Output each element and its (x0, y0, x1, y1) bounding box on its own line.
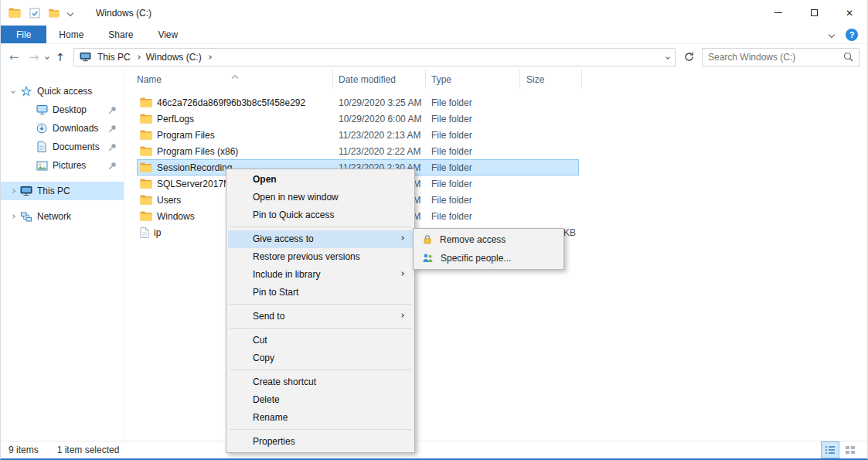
menu-item-give-access-to[interactable]: Give access to (228, 230, 413, 248)
file-date-cell: 10/29/2020 3:25 AM (333, 94, 426, 111)
file-name-label: Program Files (x86) (157, 146, 238, 157)
menu-item-create-shortcut[interactable]: Create shortcut (228, 373, 413, 391)
sidebar-item-network[interactable]: Network (1, 207, 124, 226)
qat-customize-chevron-icon[interactable] (67, 9, 73, 15)
column-header-size[interactable]: Size (520, 70, 582, 89)
search-placeholder: Search Windows (C:) (708, 52, 843, 63)
recent-locations-chevron-icon[interactable] (45, 55, 49, 60)
search-box[interactable]: Search Windows (C:) (702, 48, 859, 66)
menu-item-restore-previous-versions[interactable]: Restore previous versions (228, 248, 413, 266)
menu-item-pin-to-quick-access[interactable]: Pin to Quick access (228, 206, 413, 224)
tab-share[interactable]: Share (96, 26, 145, 43)
sidebar-item-label: Pictures (53, 160, 86, 171)
file-type-cell: File folder (426, 175, 520, 192)
submenu-arrow-icon (400, 313, 404, 318)
sidebar-item-downloads[interactable]: Downloads (1, 119, 124, 138)
folder-icon (140, 114, 152, 124)
breadcrumb-windows-c[interactable]: Windows (C:) (144, 52, 204, 63)
explorer-icon (9, 8, 21, 18)
menu-item-copy[interactable]: Copy (228, 349, 413, 367)
computer-icon (19, 186, 33, 196)
breadcrumb-chevron-icon[interactable] (136, 55, 141, 60)
help-icon[interactable]: ? (846, 29, 858, 41)
tab-home[interactable]: Home (46, 26, 96, 43)
menu-item-label: Properties (253, 436, 295, 447)
chevron-shape (11, 89, 15, 94)
column-headers: Name Date modified Type Size (124, 70, 867, 89)
menu-item-label: Send to (253, 311, 284, 322)
close-button[interactable]: ✕ (832, 0, 867, 26)
file-row-program-files[interactable]: Program Files11/23/2020 2:13 AMFile fold… (137, 127, 579, 143)
details-view-button[interactable] (821, 441, 839, 458)
window-title: Windows (C:) (96, 8, 151, 19)
picture-icon (35, 161, 49, 171)
column-header-date-modified[interactable]: Date modified (333, 70, 426, 89)
menu-item-send-to[interactable]: Send to (228, 308, 413, 325)
chevron-shape (11, 189, 15, 193)
sidebar-item-documents[interactable]: Documents (1, 138, 124, 156)
pin-icon (108, 162, 117, 170)
address-dropdown-icon[interactable] (665, 55, 670, 60)
file-type-cell: File folder (426, 208, 520, 224)
menu-item-label: Pin to Quick access (253, 210, 334, 220)
breadcrumb-chevron-icon[interactable] (207, 55, 212, 60)
sort-ascending-icon[interactable] (231, 70, 239, 81)
titlebar: Windows (C:) ✕ (1, 0, 867, 26)
sidebar-item-label: Desktop (53, 104, 87, 115)
sidebar-item-this-pc[interactable]: This PC (1, 182, 124, 200)
file-row-program-files-x86[interactable]: Program Files (x86)11/23/2020 2:22 AMFil… (137, 143, 579, 159)
breadcrumb-this-pc[interactable]: This PC (95, 52, 133, 63)
file-size-cell (520, 94, 579, 111)
maximize-icon (811, 9, 818, 16)
file-row-46c2a726da869f96b3b8c5f458e292[interactable]: 46c2a726da869f96b3b8c5f458e29210/29/2020… (137, 94, 579, 111)
sidebar-item-quick-access[interactable]: Quick access (1, 82, 124, 101)
sidebar-item-label: Network (37, 211, 71, 222)
sidebar-item-desktop[interactable]: Desktop (1, 101, 124, 119)
refresh-button[interactable] (680, 52, 697, 62)
up-button[interactable]: ↑ (52, 51, 69, 63)
properties-icon[interactable] (29, 8, 40, 19)
sidebar-item-label: Quick access (37, 86, 92, 97)
menu-item-delete[interactable]: Delete (228, 391, 413, 409)
submenu-item-remove-access[interactable]: Remove access (415, 230, 562, 249)
menu-item-open[interactable]: Open (228, 171, 413, 189)
search-icon[interactable] (843, 52, 853, 62)
chevron-down-icon[interactable] (7, 90, 19, 93)
submenu-item-specific-people[interactable]: Specific people... (415, 249, 562, 267)
menu-item-pin-to-start[interactable]: Pin to Start (228, 284, 413, 302)
menu-item-open-in-new-window[interactable]: Open in new window (228, 189, 413, 206)
file-size-cell (520, 159, 579, 175)
tab-view[interactable]: View (145, 26, 190, 43)
navigation-bar: ← → ↑ This PC Windows (C:) Search Window… (1, 44, 867, 70)
give-access-submenu: Remove accessSpecific people... (413, 228, 564, 270)
menu-item-properties[interactable]: Properties (228, 433, 413, 451)
selection-count: 1 item selected (57, 445, 120, 455)
forward-button[interactable]: → (26, 50, 43, 64)
close-icon: ✕ (846, 8, 853, 19)
file-type-cell: File folder (426, 192, 520, 208)
column-header-type[interactable]: Type (426, 70, 520, 89)
chevron-right-icon[interactable] (7, 189, 19, 193)
file-size-cell (520, 111, 579, 127)
file-type-cell: File folder (426, 94, 520, 111)
minimize-button[interactable] (761, 0, 796, 26)
large-icons-view-button[interactable] (841, 441, 859, 458)
ribbon-expand-chevron-icon[interactable] (829, 31, 835, 37)
menu-item-cut[interactable]: Cut (228, 332, 413, 349)
file-row-perflogs[interactable]: PerfLogs10/29/2020 6:00 AMFile folder (137, 111, 579, 127)
nav-buttons: ← → ↑ (5, 50, 69, 64)
file-name-cell: PerfLogs (137, 111, 333, 127)
new-folder-icon[interactable] (49, 9, 60, 18)
address-bar[interactable]: This PC Windows (C:) (73, 48, 676, 66)
menu-item-include-in-library[interactable]: Include in library (228, 266, 413, 284)
file-type-cell: File folder (426, 111, 520, 127)
submenu-item-label: Remove access (440, 234, 505, 245)
back-button[interactable]: ← (5, 50, 22, 64)
tab-file[interactable]: File (1, 26, 46, 43)
chevron-right-icon[interactable] (7, 215, 19, 218)
folder-icon (140, 97, 152, 107)
maximize-button[interactable] (796, 0, 832, 26)
menu-item-label: Include in library (253, 269, 320, 280)
sidebar-item-pictures[interactable]: Pictures (1, 156, 124, 175)
menu-item-rename[interactable]: Rename (228, 409, 413, 427)
